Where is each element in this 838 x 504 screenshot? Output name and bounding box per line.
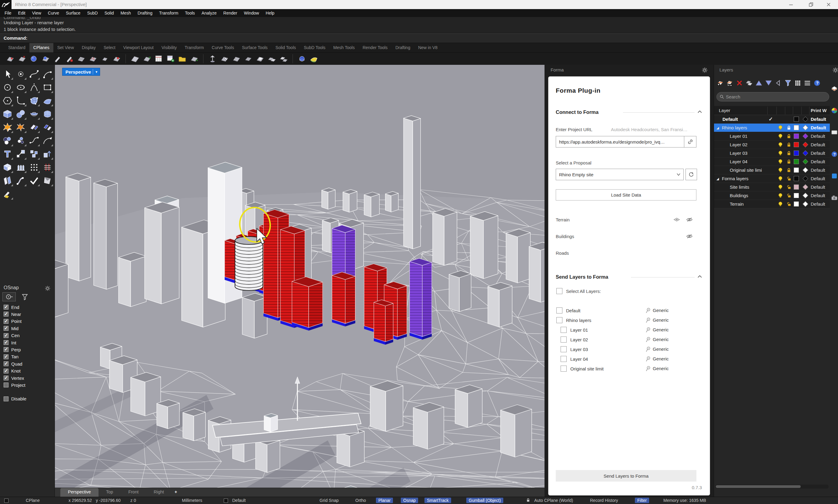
- planes-pair2-icon[interactable]: [279, 55, 288, 63]
- layer-color-swatch[interactable]: [794, 167, 799, 173]
- tab-new-in-v8[interactable]: New in V8: [414, 43, 441, 52]
- status-x-296529-52[interactable]: x 296529.52: [69, 498, 92, 503]
- plane-large-icon[interactable]: [130, 55, 139, 63]
- mapping-value[interactable]: Generic: [653, 327, 669, 332]
- menu-icon[interactable]: [804, 79, 811, 87]
- selection-filter-icon[interactable]: [4, 499, 8, 503]
- lamp-icon[interactable]: [208, 55, 217, 63]
- collapse-icon[interactable]: [698, 275, 702, 278]
- link-icon[interactable]: [684, 136, 696, 147]
- status-default[interactable]: Default: [232, 498, 245, 503]
- layer-row-site-limits[interactable]: Site limitsDefault: [714, 183, 830, 192]
- cplane-set-icon[interactable]: [17, 55, 27, 63]
- print-color-swatch[interactable]: [803, 193, 808, 198]
- sphere-blue2-icon[interactable]: [297, 55, 307, 63]
- tool-surface[interactable]: [41, 94, 54, 107]
- status-osnap[interactable]: Osnap: [401, 498, 418, 503]
- proposal-select[interactable]: Rhino Empty site: [556, 169, 684, 180]
- checkbox[interactable]: ✓: [4, 340, 8, 345]
- unlocked-icon[interactable]: [787, 193, 791, 198]
- viewport-label[interactable]: Perspective▼: [62, 68, 100, 76]
- tool-arc-continue[interactable]: [41, 134, 54, 147]
- unlocked-icon[interactable]: [787, 176, 791, 181]
- search-input[interactable]: [726, 94, 826, 100]
- status-ortho[interactable]: Ortho: [355, 498, 366, 503]
- dock-monitor-icon[interactable]: [831, 129, 838, 136]
- dock-render-icon[interactable]: [831, 195, 838, 201]
- osnap-project[interactable]: Project: [4, 382, 25, 388]
- menu-subd[interactable]: SubD: [84, 11, 101, 15]
- print-width-value[interactable]: Default: [811, 159, 825, 164]
- osnap-tan[interactable]: ✓Tan: [4, 354, 18, 360]
- menu-view[interactable]: View: [29, 11, 45, 15]
- plane-arrow-icon[interactable]: [142, 55, 151, 63]
- print-width-value[interactable]: Default: [811, 142, 825, 147]
- tool-split[interactable]: [41, 121, 54, 134]
- menu-window[interactable]: Window: [241, 11, 262, 15]
- window-grid-icon[interactable]: [154, 55, 163, 63]
- load-site-data-button[interactable]: Load Site Data: [556, 189, 697, 200]
- osnap-int[interactable]: ✓Int: [4, 339, 16, 346]
- status-planar[interactable]: Planar: [376, 498, 393, 503]
- mapping-value[interactable]: Generic: [653, 318, 669, 323]
- layer-row-buildings[interactable]: BuildingsDefault: [714, 192, 830, 200]
- menu-file[interactable]: File: [1, 11, 15, 15]
- tool-fence[interactable]: [14, 161, 27, 174]
- checkbox[interactable]: ✓: [4, 354, 8, 359]
- tool-block[interactable]: [27, 147, 41, 161]
- visibility-bulb-icon[interactable]: [778, 201, 783, 207]
- menu-analyze[interactable]: Analyze: [198, 11, 220, 15]
- current-layer-swatch[interactable]: [224, 499, 228, 503]
- expand-icon[interactable]: ◢: [716, 177, 719, 181]
- locked-icon[interactable]: [787, 159, 791, 164]
- sphere-blue-icon[interactable]: [29, 55, 38, 63]
- mapping-value[interactable]: Generic: [653, 366, 669, 371]
- checkbox[interactable]: ✓: [4, 368, 8, 374]
- gear-icon[interactable]: [45, 286, 50, 291]
- mapping-value[interactable]: Generic: [653, 346, 669, 352]
- unlocked-icon[interactable]: [787, 202, 791, 206]
- menu-help[interactable]: Help: [262, 11, 278, 15]
- menu-render[interactable]: Render: [220, 11, 241, 15]
- new-layer-icon[interactable]: [716, 79, 724, 87]
- menu-mesh[interactable]: Mesh: [117, 11, 134, 15]
- pencil-icon[interactable]: [53, 55, 62, 63]
- plane-mark-icon[interactable]: [232, 55, 241, 63]
- tool-mesh-box[interactable]: [41, 107, 54, 121]
- viewport-tab-top[interactable]: Top: [99, 488, 121, 497]
- menu-curve[interactable]: Curve: [45, 11, 63, 15]
- terrain-icon[interactable]: [673, 217, 681, 222]
- print-color-swatch[interactable]: [803, 167, 808, 173]
- cplane-sphere-icon[interactable]: [41, 55, 50, 63]
- layer-row-layer-01[interactable]: Layer 01Default: [714, 132, 830, 141]
- print-width-value[interactable]: Default: [811, 167, 825, 173]
- viewport-tab-front[interactable]: Front: [121, 488, 146, 497]
- mapping-icon[interactable]: [645, 356, 651, 362]
- tool-ellipse[interactable]: [14, 80, 27, 94]
- eye-off-icon[interactable]: [686, 217, 694, 222]
- visibility-bulb-icon[interactable]: [778, 150, 783, 156]
- visibility-bulb-icon[interactable]: [778, 159, 783, 164]
- print-color-swatch[interactable]: [803, 184, 808, 190]
- tool-circle[interactable]: [1, 80, 14, 94]
- minimize-button[interactable]: [784, 0, 798, 9]
- filter-tab[interactable]: [18, 292, 32, 301]
- dock-layers-icon[interactable]: [831, 85, 838, 92]
- tab-curve-tools[interactable]: Curve Tools: [208, 43, 238, 52]
- mapping-icon[interactable]: [645, 337, 651, 343]
- layer-color-swatch[interactable]: [794, 133, 799, 139]
- checkbox[interactable]: ✓: [4, 319, 8, 324]
- tool-select[interactable]: [1, 67, 14, 80]
- layer-color-swatch[interactable]: [794, 201, 799, 206]
- tab-surface-tools[interactable]: Surface Tools: [238, 43, 272, 52]
- mapping-value[interactable]: Generic: [653, 337, 669, 342]
- delete-layer-icon[interactable]: [736, 79, 743, 87]
- move-up-icon[interactable]: [755, 79, 763, 87]
- mapping-icon[interactable]: [645, 307, 651, 313]
- print-color-swatch[interactable]: [803, 142, 808, 147]
- eye-off-icon[interactable]: [686, 234, 694, 239]
- refresh-button[interactable]: [685, 169, 697, 180]
- tool-check-geometry[interactable]: [27, 174, 41, 187]
- visibility-bulb-icon[interactable]: [778, 167, 783, 173]
- tab-select[interactable]: Select: [100, 43, 119, 52]
